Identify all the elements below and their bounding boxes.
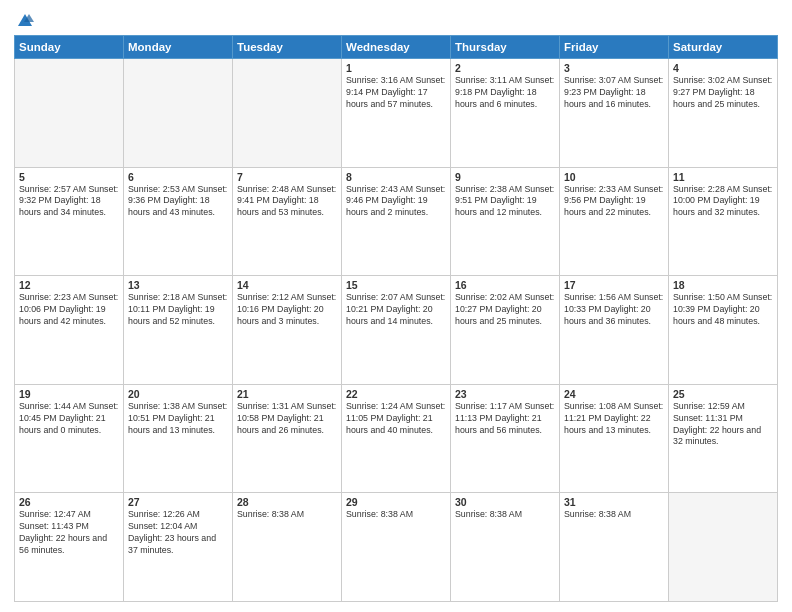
calendar-cell: 26Sunrise: 12:47 AM Sunset: 11:43 PM Day…	[15, 493, 124, 602]
logo	[14, 10, 34, 27]
day-number: 18	[673, 279, 773, 291]
weekday-header-thursday: Thursday	[451, 36, 560, 59]
weekday-header-friday: Friday	[560, 36, 669, 59]
day-info: Sunrise: 2:18 AM Sunset: 10:11 PM Daylig…	[128, 292, 228, 328]
day-info: Sunrise: 8:38 AM	[564, 509, 664, 521]
day-info: Sunrise: 1:56 AM Sunset: 10:33 PM Daylig…	[564, 292, 664, 328]
day-number: 10	[564, 171, 664, 183]
calendar-cell	[124, 59, 233, 168]
calendar-cell: 15Sunrise: 2:07 AM Sunset: 10:21 PM Dayl…	[342, 276, 451, 385]
day-info: Sunrise: 2:02 AM Sunset: 10:27 PM Daylig…	[455, 292, 555, 328]
day-number: 9	[455, 171, 555, 183]
calendar-cell: 13Sunrise: 2:18 AM Sunset: 10:11 PM Dayl…	[124, 276, 233, 385]
calendar-cell: 17Sunrise: 1:56 AM Sunset: 10:33 PM Dayl…	[560, 276, 669, 385]
calendar-cell: 21Sunrise: 1:31 AM Sunset: 10:58 PM Dayl…	[233, 384, 342, 493]
calendar-cell: 29Sunrise: 8:38 AM	[342, 493, 451, 602]
week-row-1: 5Sunrise: 2:57 AM Sunset: 9:32 PM Daylig…	[15, 167, 778, 276]
day-info: Sunrise: 3:07 AM Sunset: 9:23 PM Dayligh…	[564, 75, 664, 111]
day-info: Sunrise: 2:12 AM Sunset: 10:16 PM Daylig…	[237, 292, 337, 328]
calendar-cell: 19Sunrise: 1:44 AM Sunset: 10:45 PM Dayl…	[15, 384, 124, 493]
week-row-4: 26Sunrise: 12:47 AM Sunset: 11:43 PM Day…	[15, 493, 778, 602]
day-number: 17	[564, 279, 664, 291]
calendar-cell: 6Sunrise: 2:53 AM Sunset: 9:36 PM Daylig…	[124, 167, 233, 276]
day-number: 6	[128, 171, 228, 183]
day-number: 28	[237, 496, 337, 508]
day-info: Sunrise: 1:24 AM Sunset: 11:05 PM Daylig…	[346, 401, 446, 437]
day-info: Sunrise: 8:38 AM	[346, 509, 446, 521]
calendar-cell: 11Sunrise: 2:28 AM Sunset: 10:00 PM Dayl…	[669, 167, 778, 276]
day-number: 19	[19, 388, 119, 400]
day-number: 5	[19, 171, 119, 183]
calendar-cell: 23Sunrise: 1:17 AM Sunset: 11:13 PM Dayl…	[451, 384, 560, 493]
day-info: Sunrise: 2:48 AM Sunset: 9:41 PM Dayligh…	[237, 184, 337, 220]
calendar-cell: 18Sunrise: 1:50 AM Sunset: 10:39 PM Dayl…	[669, 276, 778, 385]
calendar-cell: 8Sunrise: 2:43 AM Sunset: 9:46 PM Daylig…	[342, 167, 451, 276]
weekday-header-sunday: Sunday	[15, 36, 124, 59]
calendar-cell: 20Sunrise: 1:38 AM Sunset: 10:51 PM Dayl…	[124, 384, 233, 493]
day-info: Sunrise: 8:38 AM	[237, 509, 337, 521]
calendar-cell: 27Sunrise: 12:26 AM Sunset: 12:04 AM Day…	[124, 493, 233, 602]
logo-icon	[16, 12, 34, 30]
day-info: Sunrise: 1:50 AM Sunset: 10:39 PM Daylig…	[673, 292, 773, 328]
calendar-cell	[15, 59, 124, 168]
day-number: 11	[673, 171, 773, 183]
day-number: 2	[455, 62, 555, 74]
calendar-cell: 7Sunrise: 2:48 AM Sunset: 9:41 PM Daylig…	[233, 167, 342, 276]
day-info: Sunrise: 1:44 AM Sunset: 10:45 PM Daylig…	[19, 401, 119, 437]
calendar-cell	[669, 493, 778, 602]
day-info: Sunrise: 1:38 AM Sunset: 10:51 PM Daylig…	[128, 401, 228, 437]
week-row-0: 1Sunrise: 3:16 AM Sunset: 9:14 PM Daylig…	[15, 59, 778, 168]
day-number: 29	[346, 496, 446, 508]
weekday-header-monday: Monday	[124, 36, 233, 59]
day-number: 7	[237, 171, 337, 183]
calendar-cell: 31Sunrise: 8:38 AM	[560, 493, 669, 602]
calendar-cell: 2Sunrise: 3:11 AM Sunset: 9:18 PM Daylig…	[451, 59, 560, 168]
day-number: 8	[346, 171, 446, 183]
calendar-cell: 24Sunrise: 1:08 AM Sunset: 11:21 PM Dayl…	[560, 384, 669, 493]
day-number: 1	[346, 62, 446, 74]
day-number: 20	[128, 388, 228, 400]
day-info: Sunrise: 3:11 AM Sunset: 9:18 PM Dayligh…	[455, 75, 555, 111]
weekday-header-row: SundayMondayTuesdayWednesdayThursdayFrid…	[15, 36, 778, 59]
day-info: Sunrise: 2:53 AM Sunset: 9:36 PM Dayligh…	[128, 184, 228, 220]
week-row-2: 12Sunrise: 2:23 AM Sunset: 10:06 PM Dayl…	[15, 276, 778, 385]
day-number: 14	[237, 279, 337, 291]
week-row-3: 19Sunrise: 1:44 AM Sunset: 10:45 PM Dayl…	[15, 384, 778, 493]
day-number: 22	[346, 388, 446, 400]
day-info: Sunrise: 1:08 AM Sunset: 11:21 PM Daylig…	[564, 401, 664, 437]
calendar-cell	[233, 59, 342, 168]
weekday-header-tuesday: Tuesday	[233, 36, 342, 59]
day-info: Sunrise: 12:59 AM Sunset: 11:31 PM Dayli…	[673, 401, 773, 449]
day-info: Sunrise: 3:02 AM Sunset: 9:27 PM Dayligh…	[673, 75, 773, 111]
day-number: 4	[673, 62, 773, 74]
calendar-cell: 10Sunrise: 2:33 AM Sunset: 9:56 PM Dayli…	[560, 167, 669, 276]
day-info: Sunrise: 1:31 AM Sunset: 10:58 PM Daylig…	[237, 401, 337, 437]
day-number: 27	[128, 496, 228, 508]
calendar-cell: 30Sunrise: 8:38 AM	[451, 493, 560, 602]
weekday-header-saturday: Saturday	[669, 36, 778, 59]
calendar-cell: 14Sunrise: 2:12 AM Sunset: 10:16 PM Dayl…	[233, 276, 342, 385]
day-number: 23	[455, 388, 555, 400]
day-info: Sunrise: 2:33 AM Sunset: 9:56 PM Dayligh…	[564, 184, 664, 220]
calendar-cell: 16Sunrise: 2:02 AM Sunset: 10:27 PM Dayl…	[451, 276, 560, 385]
calendar-cell: 12Sunrise: 2:23 AM Sunset: 10:06 PM Dayl…	[15, 276, 124, 385]
calendar-table: SundayMondayTuesdayWednesdayThursdayFrid…	[14, 35, 778, 602]
calendar-cell: 4Sunrise: 3:02 AM Sunset: 9:27 PM Daylig…	[669, 59, 778, 168]
calendar-page: SundayMondayTuesdayWednesdayThursdayFrid…	[0, 0, 792, 612]
day-number: 26	[19, 496, 119, 508]
day-info: Sunrise: 2:38 AM Sunset: 9:51 PM Dayligh…	[455, 184, 555, 220]
calendar-cell: 22Sunrise: 1:24 AM Sunset: 11:05 PM Dayl…	[342, 384, 451, 493]
day-info: Sunrise: 12:26 AM Sunset: 12:04 AM Dayli…	[128, 509, 228, 557]
day-info: Sunrise: 2:57 AM Sunset: 9:32 PM Dayligh…	[19, 184, 119, 220]
day-number: 12	[19, 279, 119, 291]
day-number: 3	[564, 62, 664, 74]
day-info: Sunrise: 2:43 AM Sunset: 9:46 PM Dayligh…	[346, 184, 446, 220]
day-number: 25	[673, 388, 773, 400]
calendar-cell: 28Sunrise: 8:38 AM	[233, 493, 342, 602]
calendar-cell: 9Sunrise: 2:38 AM Sunset: 9:51 PM Daylig…	[451, 167, 560, 276]
day-number: 21	[237, 388, 337, 400]
calendar-cell: 1Sunrise: 3:16 AM Sunset: 9:14 PM Daylig…	[342, 59, 451, 168]
header	[14, 10, 778, 27]
day-number: 30	[455, 496, 555, 508]
calendar-cell: 5Sunrise: 2:57 AM Sunset: 9:32 PM Daylig…	[15, 167, 124, 276]
